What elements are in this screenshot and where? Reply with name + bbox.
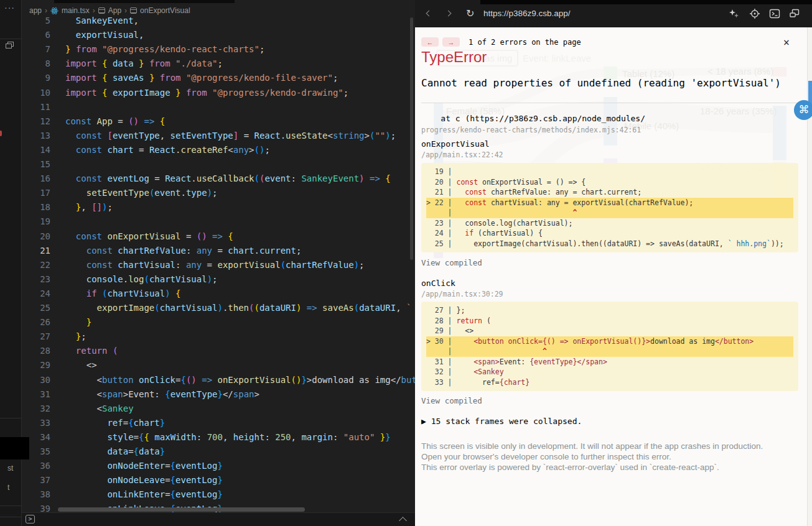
chevron-up-icon[interactable]: [399, 517, 407, 525]
line-number: 21: [22, 244, 50, 258]
line-number: 33: [22, 416, 50, 430]
code-text: const App = () => {: [65, 114, 165, 129]
line-number: 26: [22, 315, 50, 330]
code-area[interactable]: 5 SankeyEvent,6 exportVisual,7} from "@p…: [22, 14, 415, 509]
codesandbox-command-button[interactable]: ⌘: [794, 100, 812, 120]
line-number: 15: [22, 157, 50, 172]
code-line-36[interactable]: 36 onNodeEnter={eventLog}: [22, 459, 415, 473]
code-line-38[interactable]: 38 onLinkEnter={eventLog}: [22, 487, 415, 502]
code-line-17[interactable]: 17 setEventType(event.type);: [22, 186, 415, 200]
code-text: setEventType(event.type);: [65, 186, 218, 200]
snippet-row: | ^: [426, 346, 793, 357]
error-marker: [0, 131, 2, 136]
browser-toolbar: ↻ https://p386z9.csb.app/: [415, 0, 812, 27]
code-line-12[interactable]: 12const App = () => {: [22, 114, 415, 129]
code-line-34[interactable]: 34 style={{ maxWidth: 700, height: 250, …: [22, 430, 415, 445]
line-number: 20: [22, 229, 50, 244]
code-line-20[interactable]: 20 const onExportVisual = () => {: [22, 229, 415, 244]
code-line-32[interactable]: 32 <Sankey: [22, 402, 415, 416]
code-text: const eventLog = React.useCallback((even…: [65, 172, 391, 186]
view-compiled-link[interactable]: View compiled: [421, 396, 482, 405]
code-line-21[interactable]: 21 const chartRefValue: any = chart.curr…: [22, 244, 415, 258]
back-button[interactable]: [424, 9, 434, 19]
code-line-13[interactable]: 13 const [eventType, setEventType] = Rea…: [22, 129, 415, 143]
code-line-15[interactable]: 15: [22, 157, 415, 172]
code-line-9[interactable]: 9import { saveAs } from "@progress/kendo…: [22, 71, 415, 85]
code-line-16[interactable]: 16 const eventLog = React.useCallback((e…: [22, 172, 415, 186]
snippet-row: 31 | <span>Event: {eventType}</span>: [426, 357, 793, 367]
code-line-30[interactable]: 30 <button onClick={() => onExportVisual…: [22, 373, 415, 387]
line-number: 13: [22, 129, 50, 143]
restore-layout-icon[interactable]: [6, 42, 14, 49]
code-line-22[interactable]: 22 const chartVisual: any = exportVisual…: [22, 258, 415, 272]
editor-vertical-scrollbar[interactable]: [410, 17, 413, 260]
react-error-overlay: ← → 1 of 2 errors on the page × TypeErro…: [415, 27, 807, 526]
divider: [0, 39, 22, 39]
code-line-14[interactable]: 14 const chart = React.createRef<any>();: [22, 143, 415, 157]
terminal-icon[interactable]: >: [26, 515, 35, 524]
stack-frame-function: onClick: [421, 279, 455, 288]
code-line-31[interactable]: 31 <span>Event: {eventType}</span>: [22, 387, 415, 402]
code-line-23[interactable]: 23 console.log(chartVisual);: [22, 272, 415, 287]
stack-frame-function: at c (https://p386z9.csb.app/node_module…: [421, 114, 645, 123]
code-line-19[interactable]: 19: [22, 215, 415, 229]
next-error-button[interactable]: →: [442, 37, 460, 47]
code-line-35[interactable]: 35 data={data}: [22, 445, 415, 459]
code-line-33[interactable]: 33 ref={chart}: [22, 416, 415, 430]
devtools-console-icon[interactable]: [769, 8, 780, 19]
code-line-27[interactable]: 27 };: [22, 330, 415, 344]
sparkles-ai-icon[interactable]: [729, 8, 740, 19]
line-number: 10: [22, 86, 50, 100]
line-number: 23: [22, 272, 50, 287]
stack-frame-path: /app/main.tsx:22:42: [421, 150, 503, 159]
snippet-row: 21 | const chartRefValue: any = chart.cu…: [426, 187, 793, 198]
partial-label: t: [7, 483, 9, 492]
code-text: if (chartVisual) {: [65, 287, 180, 301]
editor-horizontal-scrollbar[interactable]: [58, 507, 305, 512]
error-count-text: 1 of 2 errors on the page: [469, 38, 581, 47]
error-pagination: ← → 1 of 2 errors on the page: [421, 37, 581, 47]
reload-icon[interactable]: ↻: [466, 9, 476, 19]
code-frame-snippet: 19 | 20 | const onExportVisual = () => {…: [421, 163, 798, 252]
previous-error-button[interactable]: ←: [421, 37, 439, 47]
overflow-menu-icon[interactable]: ···: [4, 2, 15, 12]
tab-sliver: [480, 0, 812, 4]
snippet-row: 20 | const onExportVisual = () => {: [426, 177, 793, 188]
code-line-29[interactable]: 29 <>: [22, 358, 415, 372]
forward-button[interactable]: [445, 9, 455, 19]
code-line-25[interactable]: 25 exportImage(chartVisual).then((dataUR…: [22, 301, 415, 315]
code-line-7[interactable]: 7} from "@progress/kendo-react-charts";: [22, 42, 415, 57]
code-text: onNodeEnter={eventLog}: [65, 459, 223, 473]
code-line-11[interactable]: 11: [22, 100, 415, 114]
code-line-28[interactable]: 28 return (: [22, 344, 415, 358]
snippet-row: 27 | };: [426, 305, 793, 316]
code-text: }: [65, 315, 91, 330]
line-number: 19: [22, 215, 50, 229]
stack-frame-path: progress/kendo-react-charts/methods/inde…: [421, 126, 641, 134]
close-icon[interactable]: ×: [783, 37, 790, 47]
line-number: 22: [22, 258, 50, 272]
code-line-37[interactable]: 37 onNodeLeave={eventLog}: [22, 473, 415, 487]
inspect-target-icon[interactable]: [749, 8, 760, 19]
view-compiled-link[interactable]: View compiled: [421, 258, 482, 267]
code-line-26[interactable]: 26 }: [22, 315, 415, 330]
code-line-18[interactable]: 18 }, []);: [22, 200, 415, 215]
address-bar[interactable]: https://p386z9.csb.app/: [483, 9, 571, 18]
collapsed-stack-frames-toggle[interactable]: ▶ 15 stack frames were collapsed.: [421, 417, 582, 426]
divider: [0, 505, 22, 506]
line-number: 37: [22, 473, 50, 487]
snippet-row: 24 | if (chartVisual) {: [426, 228, 793, 239]
code-line-10[interactable]: 10import { exportImage } from "@progress…: [22, 86, 415, 100]
snippet-row: 29 | <>: [426, 326, 793, 336]
code-line-8[interactable]: 8import { data } from "./data";: [22, 57, 415, 71]
line-number: 14: [22, 143, 50, 157]
code-text: } from "@progress/kendo-react-charts";: [65, 42, 264, 57]
line-number: 25: [22, 301, 50, 315]
code-line-6[interactable]: 6 exportVisual,: [22, 28, 415, 42]
line-number: 30: [22, 373, 50, 387]
open-in-new-window-icon[interactable]: [789, 8, 800, 19]
code-line-5[interactable]: 5 SankeyEvent,: [22, 14, 415, 28]
code-line-24[interactable]: 24 if (chartVisual) {: [22, 287, 415, 301]
snippet-row: 33 | ref={chart}: [426, 377, 793, 388]
snippet-row: 28 | return (: [426, 316, 793, 326]
